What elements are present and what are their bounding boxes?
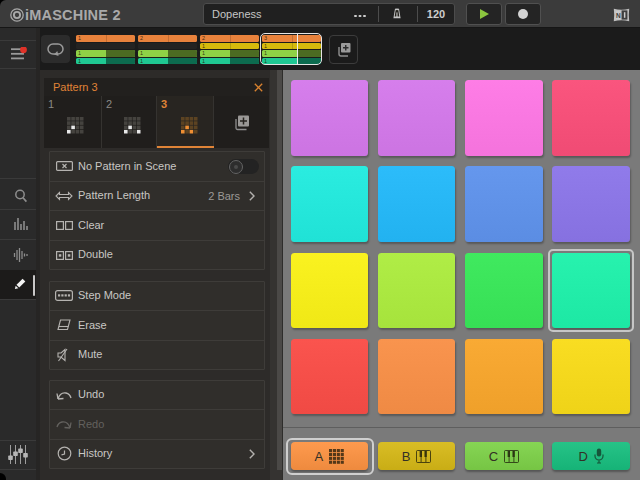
svg-text:N: N xyxy=(616,12,621,19)
